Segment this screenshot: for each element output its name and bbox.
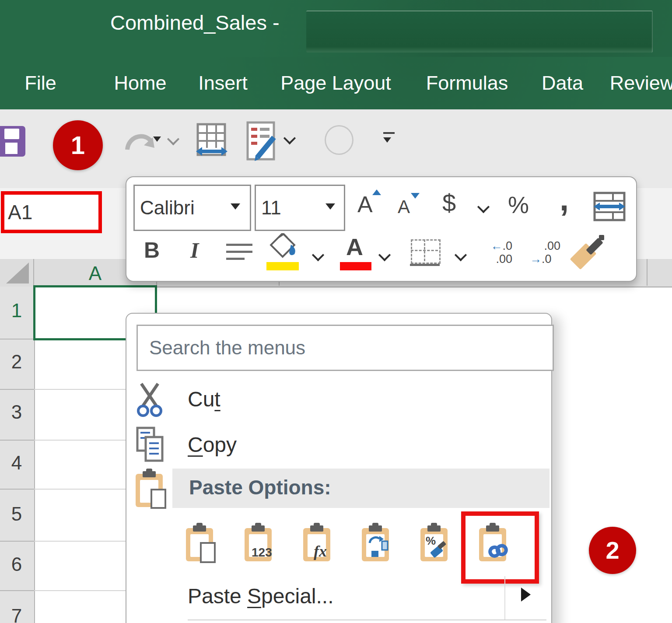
gridline <box>34 389 126 390</box>
excel-window: Combined_Sales - File Home Insert Page L… <box>0 0 672 623</box>
column-divider[interactable] <box>647 259 648 286</box>
autofit-column-icon[interactable] <box>195 122 229 161</box>
grow-font-arrow-icon <box>372 189 381 195</box>
paste-options-label: Paste Options: <box>189 476 331 499</box>
workbook-title: Combined_Sales - <box>110 9 280 37</box>
menu-item-paste-special[interactable]: Paste Special... <box>188 584 334 608</box>
name-box[interactable]: A1 <box>1 191 102 233</box>
paste-formatting-button[interactable]: % <box>420 525 451 562</box>
copy-icon <box>136 427 165 463</box>
font-name-combo[interactable]: Calibri <box>133 185 251 231</box>
paint-bucket-icon <box>266 233 301 261</box>
gridline <box>34 489 126 490</box>
undo-dropdown-icon[interactable] <box>153 136 161 142</box>
right-arrow-icon: → <box>530 252 542 266</box>
merge-fit-icon[interactable] <box>593 191 626 222</box>
font-name-value: Calibri <box>140 197 195 219</box>
currency-format-button[interactable]: $ <box>442 189 456 217</box>
paste-values-button[interactable]: 123 <box>245 525 275 562</box>
ribbon-tab-bar: File Home Insert Page Layout Formulas Da… <box>0 57 672 109</box>
format-painter-button[interactable] <box>572 237 607 272</box>
row-divider[interactable] <box>0 389 34 390</box>
gridline <box>34 440 126 441</box>
percent-format-button[interactable]: % <box>508 191 529 218</box>
tab-file[interactable]: File <box>18 57 63 109</box>
row-header-2[interactable]: 2 <box>0 351 33 373</box>
menu-separator <box>188 620 546 620</box>
align-button[interactable] <box>226 244 252 260</box>
row-header-1[interactable]: 1 <box>0 300 33 322</box>
menu-item-copy[interactable]: Copy <box>188 433 237 457</box>
transpose-icon <box>366 535 392 561</box>
bold-button[interactable]: B <box>144 238 160 263</box>
name-box-value: A1 <box>8 200 32 224</box>
font-size-combo[interactable]: 11 <box>255 185 345 231</box>
annotation-step-2: 2 <box>589 527 636 574</box>
redo-dropdown-icon[interactable] <box>167 133 179 145</box>
grow-font-button[interactable]: A <box>357 191 373 217</box>
redo-icon[interactable] <box>124 127 155 155</box>
tab-home[interactable]: Home <box>104 57 176 109</box>
column-divider[interactable] <box>33 259 34 286</box>
font-color-dropdown-icon[interactable] <box>378 249 391 261</box>
left-arrow-icon: ← <box>490 239 502 252</box>
paste-transpose-button[interactable] <box>362 525 392 562</box>
submenu-arrow-icon <box>521 588 531 602</box>
gridline <box>34 590 126 591</box>
row-header-7[interactable]: 7 <box>0 605 33 623</box>
tab-data[interactable]: Data <box>533 57 592 109</box>
font-size-value: 11 <box>261 197 281 219</box>
mini-format-toolbar: Calibri 11 A A $ % , B <box>126 176 637 282</box>
qat-overflow-icon[interactable] <box>383 132 396 148</box>
paste-formulas-button[interactable]: fx <box>303 525 334 562</box>
row-header-3[interactable]: 3 <box>0 401 33 423</box>
formulas-icon: fx <box>314 542 327 560</box>
edit-form-icon[interactable] <box>245 121 282 163</box>
save-icon[interactable] <box>0 126 25 157</box>
gridline <box>34 541 126 542</box>
cut-icon <box>137 382 163 418</box>
row-header-5[interactable]: 5 <box>0 503 33 525</box>
paste-link-button[interactable] <box>479 525 510 562</box>
row-divider[interactable] <box>0 541 34 542</box>
row-divider[interactable] <box>0 590 34 591</box>
format-brush-icon <box>428 539 449 560</box>
context-menu: Cut Copy Paste Options: <box>126 313 552 623</box>
borders-dropdown-icon[interactable] <box>455 249 467 261</box>
tab-review[interactable]: Review <box>606 57 672 109</box>
font-color-button[interactable]: A <box>340 233 372 271</box>
paste-options-icon <box>136 470 166 508</box>
tab-formulas[interactable]: Formulas <box>416 57 518 109</box>
annotation-step-1: 1 <box>53 120 103 170</box>
redacted-filename-box <box>306 10 653 52</box>
row-divider[interactable] <box>0 339 34 340</box>
comma-format-button[interactable]: , <box>560 180 569 218</box>
menu-item-cut[interactable]: Cut <box>188 387 220 411</box>
fill-color-button[interactable] <box>266 233 301 271</box>
row-divider[interactable] <box>0 489 34 490</box>
currency-dropdown-icon[interactable] <box>477 201 490 213</box>
values-icon: 123 <box>252 546 272 560</box>
search-input[interactable] <box>136 325 554 371</box>
shrink-font-button[interactable]: A <box>398 196 410 217</box>
title-bar: Combined_Sales - <box>0 0 672 57</box>
row-header-column: 1 2 3 4 5 6 7 <box>0 287 35 623</box>
disabled-command-icon <box>325 125 354 155</box>
increase-decimal-button[interactable]: ←.0 .00 <box>484 239 512 266</box>
row-header-6[interactable]: 6 <box>0 553 33 575</box>
row-divider[interactable] <box>0 440 34 441</box>
fill-color-dropdown-icon[interactable] <box>312 249 324 261</box>
edit-form-dropdown-icon[interactable] <box>284 132 296 144</box>
borders-button[interactable] <box>411 239 441 266</box>
row-header-4[interactable]: 4 <box>0 452 33 474</box>
link-icon <box>487 543 510 559</box>
decrease-decimal-button[interactable]: .00 →.0 <box>530 239 560 266</box>
tab-insert[interactable]: Insert <box>189 57 257 109</box>
page-icon <box>200 542 216 563</box>
page-icon <box>150 489 166 509</box>
shrink-font-arrow-icon <box>411 193 420 199</box>
tab-page-layout[interactable]: Page Layout <box>269 57 402 109</box>
select-all-icon[interactable] <box>6 262 29 284</box>
italic-button[interactable]: I <box>190 238 199 263</box>
paste-button[interactable] <box>186 525 217 562</box>
